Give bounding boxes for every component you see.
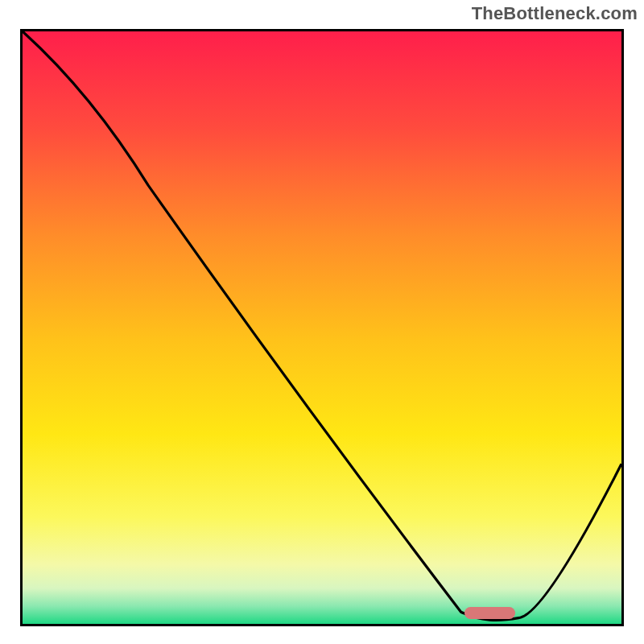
curve-layer: [23, 31, 621, 624]
chart-root: { "watermark": "TheBottleneck.com", "plo…: [0, 0, 644, 644]
plot-area: [20, 29, 624, 626]
bottleneck-curve: [23, 31, 621, 620]
watermark-text: TheBottleneck.com: [472, 3, 638, 24]
optimum-marker: [464, 607, 515, 619]
